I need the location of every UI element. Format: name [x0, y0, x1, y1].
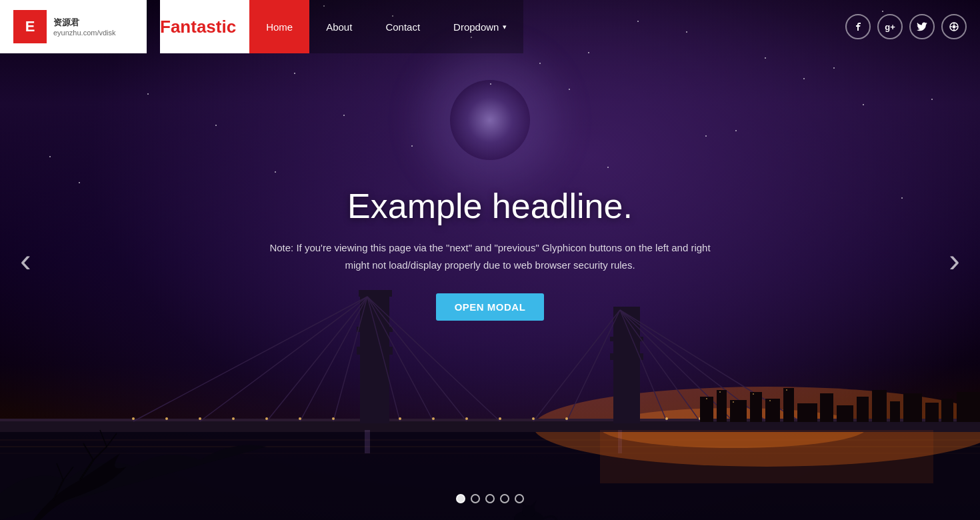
- svg-point-68: [719, 391, 721, 393]
- nav-item-dropdown[interactable]: Dropdown ▾: [437, 0, 523, 53]
- brand-logo-box: E: [13, 10, 47, 43]
- svg-point-35: [199, 417, 201, 420]
- social-buttons: g+: [845, 0, 980, 53]
- carousel-next-arrow[interactable]: ›: [935, 234, 973, 286]
- svg-point-33: [132, 417, 135, 420]
- svg-rect-63: [903, 393, 922, 422]
- facebook-button[interactable]: [845, 14, 871, 39]
- hero-carousel: Example headline. Note: If you're viewin…: [0, 0, 980, 520]
- svg-point-34: [165, 417, 168, 420]
- svg-point-43: [499, 417, 501, 420]
- svg-rect-53: [730, 400, 747, 422]
- nav-item-about[interactable]: About: [309, 0, 369, 53]
- svg-rect-65: [941, 399, 953, 422]
- svg-rect-61: [872, 390, 887, 422]
- carousel-headline: Example headline.: [257, 186, 723, 226]
- svg-point-90: [953, 25, 956, 29]
- svg-rect-16: [610, 337, 643, 341]
- twitter-button[interactable]: [909, 14, 935, 39]
- moon-glow: [450, 80, 530, 160]
- svg-point-40: [399, 417, 401, 420]
- nav-item-home[interactable]: Home: [249, 0, 309, 53]
- svg-point-38: [299, 417, 301, 420]
- svg-point-72: [786, 389, 787, 391]
- svg-point-71: [769, 400, 771, 401]
- carousel-indicator-5[interactable]: [515, 494, 524, 503]
- svg-rect-64: [925, 403, 939, 422]
- svg-point-69: [733, 401, 734, 403]
- nav-item-contact[interactable]: Contact: [369, 0, 437, 53]
- svg-rect-54: [750, 392, 762, 422]
- carousel-indicator-3[interactable]: [485, 494, 495, 503]
- svg-rect-10: [357, 347, 393, 355]
- svg-rect-55: [765, 399, 780, 422]
- svg-point-44: [532, 417, 535, 420]
- svg-rect-88: [600, 430, 933, 483]
- open-modal-button[interactable]: OPEN MODAL: [436, 293, 545, 321]
- svg-point-39: [332, 417, 335, 420]
- brand-text: 资源君 eyunzhu.com/vdisk: [53, 17, 116, 37]
- svg-rect-56: [783, 388, 794, 422]
- svg-rect-59: [837, 405, 853, 422]
- svg-point-70: [753, 393, 754, 395]
- carousel-description: Note: If you're viewing this page via th…: [257, 239, 723, 273]
- brand-logo-link[interactable]: E 资源君 eyunzhu.com/vdisk: [0, 0, 147, 53]
- svg-rect-51: [700, 397, 713, 422]
- carousel-content: Example headline. Note: If you're viewin…: [257, 186, 723, 321]
- carousel-indicator-2[interactable]: [471, 494, 480, 503]
- nav-links: Home About Contact Dropdown ▾: [249, 0, 523, 53]
- svg-point-45: [565, 417, 568, 420]
- svg-point-42: [465, 417, 468, 420]
- carousel-indicator-4[interactable]: [500, 494, 509, 503]
- svg-rect-62: [890, 401, 900, 422]
- svg-point-36: [232, 417, 235, 420]
- svg-rect-11: [357, 327, 393, 332]
- svg-point-37: [265, 417, 268, 420]
- navbar: E 资源君 eyunzhu.com/vdisk Fantastic Home A…: [0, 0, 980, 53]
- other-social-button[interactable]: [941, 14, 967, 39]
- brand-fantastic-text: Fantastic: [160, 0, 249, 53]
- svg-point-46: [665, 417, 668, 420]
- svg-rect-66: [957, 392, 980, 422]
- svg-point-83: [522, 505, 535, 517]
- svg-rect-57: [797, 403, 817, 422]
- carousel-indicators: [456, 494, 524, 503]
- carousel-indicator-1[interactable]: [456, 494, 465, 503]
- svg-rect-13: [613, 307, 627, 423]
- svg-rect-52: [717, 390, 727, 422]
- svg-rect-60: [857, 397, 869, 422]
- svg-point-67: [706, 398, 707, 399]
- google-plus-button[interactable]: g+: [877, 14, 903, 39]
- svg-point-41: [432, 417, 435, 420]
- svg-rect-58: [820, 393, 833, 422]
- carousel-prev-arrow[interactable]: ‹: [7, 234, 45, 286]
- dropdown-arrow-icon: ▾: [503, 23, 507, 31]
